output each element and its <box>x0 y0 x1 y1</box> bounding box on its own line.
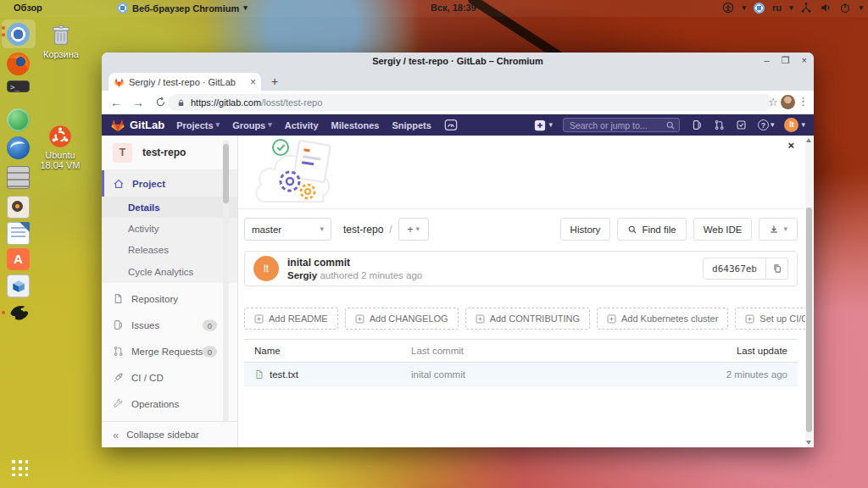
chevron-down-icon: ▾ <box>216 121 220 129</box>
commit-author-link[interactable]: Sergiy <box>287 270 317 280</box>
add-changelog-button[interactable]: Add CHANGELOG <box>345 308 459 330</box>
commit-sha[interactable]: d64367eb <box>703 258 766 280</box>
power-icon[interactable] <box>839 2 851 14</box>
download-source-dropdown[interactable]: ▾ <box>759 218 798 241</box>
sidebar-scrollbar-thumb[interactable] <box>223 144 229 203</box>
browser-menu-icon[interactable]: ⋮ <box>798 95 809 108</box>
file-name-link[interactable]: test.txt <box>270 369 298 380</box>
sidebar-project-header[interactable]: T test-repo <box>102 136 237 170</box>
minimize-button[interactable]: – <box>765 55 770 66</box>
copy-sha-button[interactable] <box>766 258 788 280</box>
window-titlebar[interactable]: Sergiy / test-repo · GitLab – Chromium –… <box>102 53 814 71</box>
banner-close-icon[interactable]: × <box>787 139 794 152</box>
file-last-commit-link[interactable]: inital commit <box>411 369 687 380</box>
merge-requests-count-badge: 0 <box>203 346 217 357</box>
new-tab-button[interactable]: + <box>268 75 281 88</box>
sidebar-item-issues[interactable]: Issues 0 <box>102 312 237 338</box>
url-bar[interactable]: https://gitlab.com/losst/test-repo <box>168 94 773 111</box>
window-title: Sergiy / test-repo · GitLab – Chromium <box>102 56 814 66</box>
sidebar-item-label: Merge Requests <box>131 347 203 357</box>
new-menu-button[interactable]: ▾ <box>534 119 553 131</box>
browser-tab[interactable]: Sergiy / test-repo · GitLab × <box>108 73 261 91</box>
add-contributing-button[interactable]: Add CONTRIBUTING <box>465 308 590 330</box>
search-input[interactable] <box>564 119 679 131</box>
nav-activity[interactable]: Activity <box>285 120 319 130</box>
dock-cheese-icon[interactable] <box>7 108 30 131</box>
dock-terminal-icon[interactable]: >_ <box>7 80 30 103</box>
nav-milestones[interactable]: Milestones <box>331 120 380 130</box>
branch-selector[interactable]: master ▾ <box>244 218 331 241</box>
dock-files-icon[interactable] <box>7 166 30 189</box>
bookmark-star-icon[interactable]: ☆ <box>768 96 778 108</box>
close-button[interactable]: × <box>802 55 807 66</box>
forward-button[interactable]: → <box>127 96 149 109</box>
sidebar-item-merge-requests[interactable]: Merge Requests 0 <box>102 338 237 364</box>
keyboard-layout-indicator[interactable]: ru <box>772 3 782 13</box>
merge-requests-nav-icon[interactable] <box>714 119 725 130</box>
commit-title-link[interactable]: inital commit <box>287 257 422 269</box>
sidebar-item-details[interactable]: Details <box>102 197 237 218</box>
sidebar-item-operations[interactable]: Operations <box>102 391 237 417</box>
history-button[interactable]: History <box>560 218 611 241</box>
add-readme-button[interactable]: Add README <box>244 308 338 330</box>
help-menu[interactable]: ? ▾ <box>758 119 775 130</box>
sidebar-item-releases[interactable]: Releases <box>102 239 237 260</box>
sidebar-scrollbar[interactable] <box>223 140 229 421</box>
operations-dashboard-icon[interactable] <box>444 119 458 131</box>
issues-nav-icon[interactable] <box>692 119 703 130</box>
gitlab-logo-link[interactable]: GitLab <box>110 118 164 132</box>
breadcrumb-repo[interactable]: test-repo <box>343 224 383 236</box>
web-ide-button[interactable]: Web IDE <box>693 218 753 241</box>
show-applications-button[interactable] <box>9 458 28 476</box>
activities-button[interactable]: Обзор <box>14 3 42 13</box>
add-kubernetes-cluster-button[interactable]: Add Kubernetes cluster <box>597 308 728 330</box>
notification-dot <box>2 311 5 314</box>
nav-groups[interactable]: Groups▾ <box>232 120 272 130</box>
clock[interactable]: Вск, 18:39 <box>431 3 476 13</box>
file-table: Name Last commit Last update test.txt in… <box>244 339 798 386</box>
sidebar-item-label: Repository <box>131 294 178 304</box>
chromium-status-icon[interactable] <box>754 3 765 14</box>
dock-firefox-icon[interactable] <box>7 53 30 75</box>
app-menu[interactable]: Веб-браузер Chromium ▾ <box>117 3 248 14</box>
sidebar-item-ci-cd[interactable]: CI / CD <box>102 364 237 391</box>
file-last-update: 2 minutes ago <box>687 369 798 380</box>
help-icon: ? <box>758 119 769 130</box>
vm-label-line1: Ubuntu <box>33 150 87 160</box>
vm-desktop-icon[interactable]: Ubuntu 18.04 VM <box>33 125 87 170</box>
sidebar-item-activity[interactable]: Activity <box>102 218 237 239</box>
nav-snippets[interactable]: Snippets <box>392 120 431 130</box>
find-file-button[interactable]: Find file <box>617 218 686 241</box>
dock-rhythmbox-icon[interactable] <box>7 196 30 219</box>
sidebar-item-project[interactable]: Project <box>102 170 237 197</box>
dock-virtualbox-icon[interactable] <box>7 274 30 297</box>
scroll-down-arrow[interactable] <box>806 441 811 445</box>
home-icon <box>113 178 125 190</box>
network-icon[interactable] <box>800 2 812 14</box>
back-button[interactable]: ← <box>105 96 127 109</box>
scrollbar-thumb[interactable] <box>806 208 812 432</box>
dock-fonts-icon[interactable]: A <box>7 248 30 271</box>
sidebar-item-repository[interactable]: Repository <box>102 286 237 312</box>
user-menu[interactable]: lt ▾ <box>784 118 805 132</box>
set-up-ci-cd-button[interactable]: Set up CI/CD <box>735 308 806 330</box>
maximize-button[interactable]: ❐ <box>782 55 790 66</box>
trash-desktop-icon[interactable]: Корзина <box>34 22 88 59</box>
add-file-dropdown[interactable]: + ▾ <box>398 218 429 241</box>
todos-nav-icon[interactable] <box>736 119 747 130</box>
accessibility-icon[interactable] <box>722 2 734 14</box>
tab-close-icon[interactable]: × <box>250 76 256 88</box>
page-scrollbar[interactable] <box>805 136 813 447</box>
dock-libreoffice-writer-icon[interactable] <box>7 222 30 245</box>
nav-projects[interactable]: Projects▾ <box>176 120 220 130</box>
scroll-up-arrow[interactable] <box>806 138 811 142</box>
commit-author-avatar[interactable]: lt <box>253 256 279 281</box>
dock-chromium-icon[interactable] <box>7 23 30 46</box>
dock-thunderbird-icon[interactable] <box>7 136 30 159</box>
collapse-sidebar-button[interactable]: « Collapse sidebar <box>102 421 238 447</box>
dock-game-icon[interactable] <box>7 302 30 324</box>
volume-icon[interactable] <box>820 2 832 14</box>
browser-profile-avatar[interactable] <box>781 95 795 109</box>
table-row[interactable]: test.txt inital commit 2 minutes ago <box>244 363 798 386</box>
sidebar-item-cycle-analytics[interactable]: Cycle Analytics <box>102 260 237 283</box>
